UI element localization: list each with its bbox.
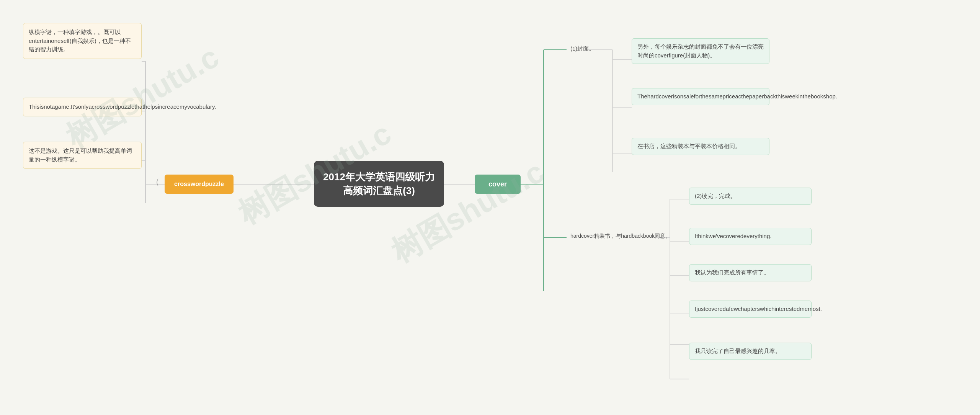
bracket-label: （ [151, 176, 160, 188]
rb-4: (2)读完，完成。 [689, 188, 812, 205]
rb-2: Thehardcoverisonsaleforthesamepriceасthe… [632, 88, 769, 105]
rb-6: 我认为我们完成所有事情了。 [689, 264, 812, 281]
central-node: 2012年大学英语四级听力 高频词汇盘点(3) [314, 161, 444, 207]
crossword-node: crosswordpuzzle [165, 175, 234, 194]
rb-1: 另外，每个娱乐杂志的封面都免不了会有一位漂亮时尚的coverfigure(封面人… [632, 38, 769, 64]
rb-7: Ijustcoveredafewchapterswhichinterestedm… [689, 301, 812, 318]
cover-sub2-label: hardcover精装书，与hardbackbook同意。 [570, 233, 671, 240]
rb-8: 我只读完了自己最感兴趣的几章。 [689, 343, 812, 360]
left-box-3: 这不是游戏。这只是可以帮助我提高单词量的一种纵横字谜。 [23, 142, 142, 169]
left-box-2: Thisisnotagame.It'sonlyacrosswordpuzzlet… [23, 98, 142, 116]
rb-3: 在书店，这些精装本与平装本价格相同。 [632, 138, 769, 155]
cover-sub1-label: (1)封面。 [570, 45, 595, 52]
rb-5: Ithinkwe'vecoveredeverything. [689, 228, 812, 245]
cover-node: cover [475, 175, 521, 194]
left-box-1: 纵横字谜，一种填字游戏，。既可以entertainoneself(自我娱乐)，也… [23, 23, 142, 59]
